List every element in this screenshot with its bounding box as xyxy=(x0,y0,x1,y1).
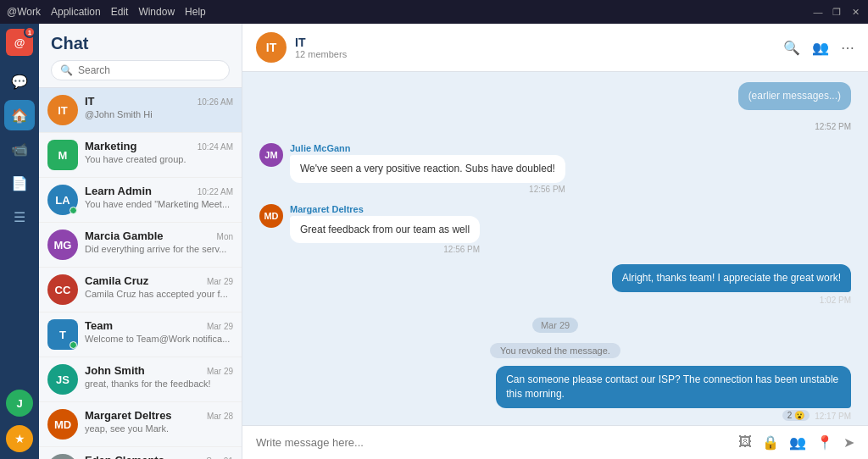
nav-icon-video[interactable]: 📹 xyxy=(4,134,35,164)
msg-bubble-outgoing: Alright, thanks team! I appreciate the g… xyxy=(612,264,851,292)
chat-item-avatar-learnadmin: LA xyxy=(47,185,78,215)
chat-item-time-learnadmin: 10:22 AM xyxy=(198,187,233,196)
lock-btn[interactable]: 🔒 xyxy=(762,434,779,451)
chat-item-avatar-it: IT xyxy=(47,95,78,125)
chat-item-marketing[interactable]: MMarketing10:24 AMYou have created group… xyxy=(39,133,242,178)
chat-item-avatar-team: T xyxy=(47,319,78,350)
chat-header: IT IT 12 members 🔍 👥 ⋯ xyxy=(242,24,868,72)
titlebar-left: @Work Application Edit Window Help xyxy=(7,6,206,18)
nav-icon-files[interactable]: 📄 xyxy=(4,168,35,198)
chat-item-time-marketing: 10:24 AM xyxy=(198,142,233,152)
chat-item-time-margaretdeltres: Mar 28 xyxy=(207,412,233,421)
nav-icon-menu[interactable]: ☰ xyxy=(4,202,35,232)
people-btn[interactable]: 👥 xyxy=(789,434,806,451)
chat-item-content-team: TeamMar 29Welcome to Team@Work notifica.… xyxy=(85,319,233,344)
titlebar-controls: — ❐ ✕ xyxy=(812,6,861,18)
msg-row-outgoing: Can someone please contact our ISP? The … xyxy=(259,366,851,421)
send-btn[interactable]: ➤ xyxy=(843,434,854,451)
chat-item-name-marketing: Marketing xyxy=(85,140,136,152)
notification-badge: 1 xyxy=(24,26,36,38)
chat-item-avatar-camilacruz: CC xyxy=(47,274,78,305)
logo-button[interactable]: @ 1 xyxy=(6,29,33,56)
chat-item-preview-margaretdeltres: yeap, see you Mark. xyxy=(85,423,233,434)
date-separator: Mar 29 xyxy=(259,320,851,330)
chat-item-preview-marciagamble: Did everything arrive for the serv... xyxy=(85,244,233,254)
chat-item-name-johnsmith: John Smith xyxy=(85,364,145,377)
chat-item-it[interactable]: ITIT10:26 AM@John Smith Hi xyxy=(39,88,242,133)
maximize-button[interactable]: ❐ xyxy=(831,6,843,18)
chat-item-name-learnadmin: Learn Admin xyxy=(85,185,152,197)
msg-bubble-incoming: Great feedback from our team as well xyxy=(290,216,480,244)
chat-item-name-margaretdeltres: Margaret Deltres xyxy=(85,409,172,422)
chat-item-content-it: IT10:26 AM@John Smith Hi xyxy=(85,95,233,119)
chat-item-team[interactable]: TTeamMar 29Welcome to Team@Work notifica… xyxy=(39,312,242,357)
msg-time: 12:56 PM xyxy=(290,245,480,254)
system-message: You revoked the message. xyxy=(259,346,851,356)
location-btn[interactable]: 📍 xyxy=(816,434,833,451)
chat-item-preview-camilacruz: Camila Cruz has accepted your f... xyxy=(85,289,233,299)
chat-item-avatar-marketing: M xyxy=(47,140,78,170)
chat-item-marciagamble[interactable]: MGMarcia GambleMonDid everything arrive … xyxy=(39,223,242,268)
chat-item-margaretdeltres[interactable]: MDMargaret DeltresMar 28yeap, see you Ma… xyxy=(39,402,242,447)
chat-header-actions: 🔍 👥 ⋯ xyxy=(783,40,854,56)
chat-item-name-marciagamble: Marcia Gamble xyxy=(85,230,164,242)
chat-item-edenclements[interactable]: ECEden ClementsSep 01Inquiry submitted! … xyxy=(39,447,242,459)
chat-item-content-marketing: Marketing10:24 AMYou have created group. xyxy=(85,140,233,164)
chat-item-time-camilacruz: Mar 29 xyxy=(207,277,233,286)
chat-item-preview-johnsmith: great, thanks for the feedback! xyxy=(85,379,233,389)
chat-item-name-it: IT xyxy=(85,95,95,108)
chat-item-time-marciagamble: Mon xyxy=(217,232,233,241)
msg-time: 1:02 PM xyxy=(820,296,851,305)
search-box[interactable]: 🔍 xyxy=(51,60,230,80)
chat-main: IT IT 12 members 🔍 👥 ⋯ (earlier messages… xyxy=(242,24,868,459)
chat-item-content-learnadmin: Learn Admin10:22 AMYou have ended "Marke… xyxy=(85,185,233,209)
menu-help[interactable]: Help xyxy=(185,6,206,18)
menu-window[interactable]: Window xyxy=(138,6,175,18)
online-dot xyxy=(70,207,77,214)
nav-icon-chat[interactable]: 💬 xyxy=(4,66,35,97)
chat-header-name: IT xyxy=(295,36,775,49)
chat-item-content-edenclements: Eden ClementsSep 01Inquiry submitted! Cu… xyxy=(85,454,233,459)
input-actions: 🖼 🔒 👥 📍 ➤ xyxy=(738,434,854,451)
chat-input-area: 🖼 🔒 👥 📍 ➤ xyxy=(242,425,868,459)
chat-item-content-marciagamble: Marcia GambleMonDid everything arrive fo… xyxy=(85,230,233,254)
titlebar-app-title: @Work xyxy=(7,6,41,18)
chat-item-name-camilacruz: Camila Cruz xyxy=(85,274,148,287)
msg-row-outgoing: Alright, thanks team! I appreciate the g… xyxy=(259,264,851,305)
msg-avatar: MD xyxy=(259,204,283,228)
star-icon[interactable]: ★ xyxy=(6,425,33,452)
msg-row-top-outgoing: (earlier messages...) xyxy=(259,82,851,110)
msg-bubble-outgoing: Can someone please contact our ISP? The … xyxy=(496,366,851,408)
chat-item-preview-learnadmin: You have ended "Marketing Meet... xyxy=(85,199,233,209)
msg-sender-name: Julie McGann xyxy=(290,143,565,153)
online-dot xyxy=(70,341,77,349)
chat-item-avatar-margaretdeltres: MD xyxy=(47,409,78,440)
more-button[interactable]: ⋯ xyxy=(841,40,854,56)
menu-edit[interactable]: Edit xyxy=(111,6,129,18)
earlier-messages: (earlier messages...) xyxy=(738,82,851,110)
chat-item-camilacruz[interactable]: CCCamila CruzMar 29Camila Cruz has accep… xyxy=(39,268,242,312)
user-avatar[interactable]: J xyxy=(6,390,33,417)
chat-item-time-it: 10:26 AM xyxy=(198,97,233,107)
image-btn[interactable]: 🖼 xyxy=(738,434,752,451)
search-button[interactable]: 🔍 xyxy=(783,40,800,56)
chat-item-preview-it: @John Smith Hi xyxy=(85,109,233,119)
contacts-button[interactable]: 👥 xyxy=(812,40,829,56)
chat-item-content-camilacruz: Camila CruzMar 29Camila Cruz has accepte… xyxy=(85,274,233,299)
chat-title: Chat xyxy=(51,34,230,53)
message-input[interactable] xyxy=(256,436,730,449)
titlebar: @Work Application Edit Window Help — ❐ ✕ xyxy=(0,0,868,24)
chat-item-learnadmin[interactable]: LALearn Admin10:22 AMYou have ended "Mar… xyxy=(39,178,242,223)
msg-time-top: 12:52 PM xyxy=(259,122,851,131)
search-input[interactable] xyxy=(78,64,220,76)
chat-item-johnsmith[interactable]: JSJohn SmithMar 29great, thanks for the … xyxy=(39,357,242,402)
close-button[interactable]: ✕ xyxy=(849,6,861,18)
msg-reaction: 2 😮 xyxy=(782,410,810,421)
msg-time: 12:17 PM xyxy=(815,412,851,421)
chat-item-content-margaretdeltres: Margaret DeltresMar 28yeap, see you Mark… xyxy=(85,409,233,434)
menu-application[interactable]: Application xyxy=(51,6,101,18)
msg-sender-name: Margaret Deltres xyxy=(290,204,480,214)
nav-icon-home[interactable]: 🏠 xyxy=(4,100,35,130)
minimize-button[interactable]: — xyxy=(812,6,824,18)
chat-header-avatar: IT xyxy=(256,32,287,63)
